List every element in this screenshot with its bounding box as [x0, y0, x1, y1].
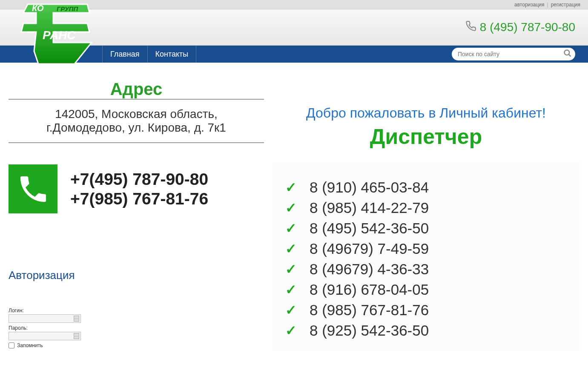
- phone-list: ✓8 (910) 465-03-84 ✓8 (985) 414-22-79 ✓8…: [272, 162, 579, 351]
- header-phone-text: 8 (495) 787-90-80: [480, 20, 575, 34]
- list-item: ✓8 (985) 767-81-76: [285, 302, 571, 319]
- address-title: Адрес: [9, 80, 264, 99]
- separator: |: [547, 2, 548, 8]
- main-phone-2: +7(985) 767-81-76: [70, 190, 208, 208]
- svg-text:РАНС: РАНС: [43, 29, 76, 42]
- auth-title: Авторизация: [9, 269, 264, 282]
- login-input[interactable]: [10, 316, 74, 322]
- check-icon: ✓: [285, 322, 297, 339]
- svg-line-4: [569, 55, 571, 57]
- check-icon: ✓: [285, 200, 297, 216]
- input-suffix-icon: ⋯: [74, 333, 79, 339]
- main-phone-1: +7(495) 787-90-80: [70, 170, 208, 189]
- phone-text: 8 (49679) 4-36-33: [310, 261, 429, 278]
- register-link[interactable]: регистрация: [551, 2, 580, 8]
- list-item: ✓8 (495) 542-36-50: [285, 220, 571, 237]
- main-phones: +7(495) 787-90-80 +7(985) 767-81-76: [70, 169, 208, 209]
- phone-text: 8 (985) 767-81-76: [310, 302, 429, 319]
- welcome-text: Добро пожаловать в Личный кабинет!: [272, 105, 579, 121]
- password-label: Пароль:: [9, 325, 264, 331]
- svg-point-3: [565, 50, 570, 55]
- check-icon: ✓: [285, 241, 297, 257]
- check-icon: ✓: [285, 220, 297, 236]
- list-item: ✓8 (916) 678-04-05: [285, 281, 571, 298]
- nav-home[interactable]: Главная: [102, 46, 148, 63]
- search-input[interactable]: [458, 51, 563, 58]
- svg-text:КО: КО: [32, 3, 44, 13]
- auth-link[interactable]: авторизация: [514, 2, 544, 8]
- remember-checkbox[interactable]: [9, 342, 14, 348]
- header-phone: 8 (495) 787-90-80: [465, 20, 575, 35]
- check-icon: ✓: [285, 282, 297, 298]
- address-line2: г.Домодедово, ул. Кирова, д. 7к1: [13, 121, 260, 135]
- phone-text: 8 (925) 542-36-50: [310, 322, 429, 339]
- remember-label: Запомнить: [17, 342, 43, 348]
- search-icon[interactable]: [563, 49, 572, 59]
- password-input[interactable]: [10, 333, 74, 339]
- address-line1: 142005, Московская область,: [13, 107, 260, 121]
- svg-text:ГРУПП: ГРУПП: [57, 5, 79, 12]
- input-suffix-icon: ⋯: [74, 316, 79, 322]
- phone-icon: [465, 20, 476, 35]
- phone-tile-icon: [9, 164, 57, 213]
- phone-text: 8 (985) 414-22-79: [310, 199, 429, 216]
- check-icon: ✓: [285, 261, 297, 277]
- phone-text: 8 (49679) 7-49-59: [310, 240, 429, 257]
- login-label: Логин:: [9, 308, 264, 313]
- phone-text: 8 (910) 465-03-84: [310, 179, 429, 196]
- nav-contacts[interactable]: Контакты: [148, 46, 197, 63]
- list-item: ✓8 (49679) 4-36-33: [285, 261, 571, 278]
- list-item: ✓8 (985) 414-22-79: [285, 199, 571, 216]
- phone-text: 8 (495) 542-36-50: [310, 220, 429, 237]
- list-item: ✓8 (49679) 7-49-59: [285, 240, 571, 257]
- check-icon: ✓: [285, 302, 297, 318]
- search-box: [452, 48, 575, 60]
- logo[interactable]: КО ГРУПП РАНС: [6, 0, 94, 72]
- address-box: 142005, Московская область, г.Домодедово…: [9, 99, 264, 143]
- list-item: ✓8 (910) 465-03-84: [285, 179, 571, 196]
- check-icon: ✓: [285, 179, 297, 196]
- list-item: ✓8 (925) 542-36-50: [285, 322, 571, 339]
- dispatcher-title: Диспетчер: [272, 124, 579, 149]
- phone-text: 8 (916) 678-04-05: [310, 281, 429, 298]
